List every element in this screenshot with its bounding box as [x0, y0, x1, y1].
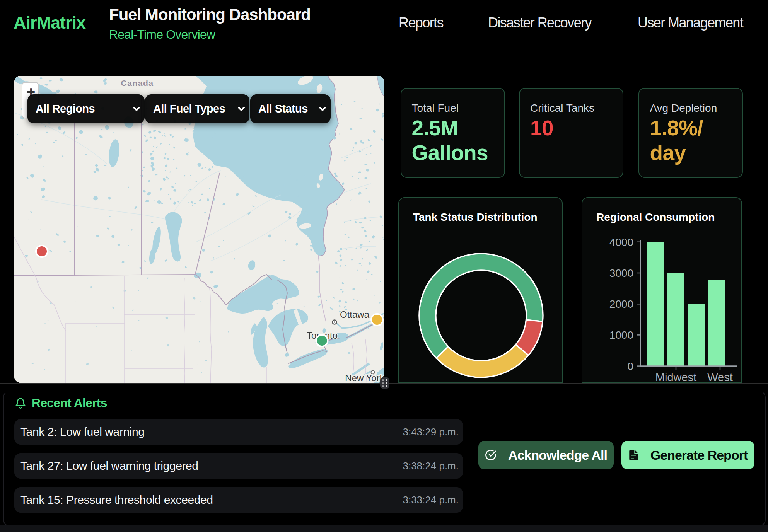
svg-text:New York: New York [345, 373, 384, 383]
svg-text:1000: 1000 [609, 329, 633, 341]
svg-text:Ottawa: Ottawa [340, 309, 370, 320]
svg-text:3000: 3000 [609, 267, 633, 279]
svg-text:4000: 4000 [609, 236, 633, 248]
svg-text:0: 0 [627, 360, 633, 372]
svg-text:West: West [707, 371, 733, 384]
svg-text:2000: 2000 [609, 298, 633, 310]
svg-text:Midwest: Midwest [655, 371, 696, 384]
svg-text:Canada: Canada [121, 78, 154, 87]
